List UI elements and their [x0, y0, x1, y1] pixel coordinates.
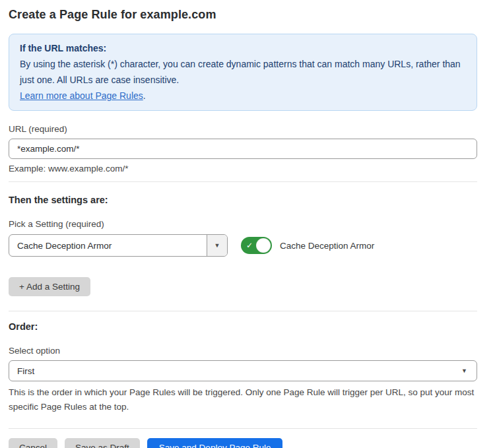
url-label: URL (required) — [9, 124, 477, 135]
cancel-button[interactable]: Cancel — [9, 438, 57, 448]
url-input[interactable] — [9, 139, 477, 159]
info-box-link-line: Learn more about Page Rules. — [20, 88, 466, 104]
check-icon: ✓ — [246, 241, 253, 249]
toggle-label: Cache Deception Armor — [280, 241, 374, 251]
divider — [9, 428, 477, 429]
save-deploy-button[interactable]: Save and Deploy Page Rule — [147, 438, 283, 448]
order-select[interactable]: First ▼ — [9, 360, 477, 381]
setting-select-arrow-button[interactable]: ▼ — [207, 235, 227, 256]
create-page-rule-form: Create a Page Rule for example.com If th… — [0, 0, 495, 448]
page-title: Create a Page Rule for example.com — [9, 7, 477, 22]
setting-row: Cache Deception Armor ▼ ✓ Cache Deceptio… — [9, 234, 477, 257]
pick-setting-label: Pick a Setting (required) — [9, 219, 477, 230]
select-option-label: Select option — [9, 346, 477, 356]
divider — [9, 311, 477, 311]
setting-select-value: Cache Deception Armor — [9, 241, 207, 251]
learn-more-link[interactable]: Learn more about Page Rules — [20, 90, 143, 101]
info-box-heading: If the URL matches: — [20, 40, 466, 56]
save-draft-button[interactable]: Save as Draft — [65, 438, 140, 448]
chevron-down-icon: ▼ — [461, 368, 467, 374]
order-helper-text: This is the order in which your Page Rul… — [9, 385, 477, 414]
chevron-down-icon: ▼ — [214, 243, 220, 249]
link-suffix: . — [143, 90, 146, 101]
settings-section-heading: Then the settings are: — [9, 195, 477, 206]
divider — [9, 181, 477, 182]
footer-actions: Cancel Save as Draft Save and Deploy Pag… — [9, 438, 477, 448]
info-box-body: By using the asterisk (*) character, you… — [20, 56, 466, 88]
toggle-wrap: ✓ Cache Deception Armor — [241, 237, 374, 254]
cache-deception-armor-toggle[interactable]: ✓ — [241, 237, 272, 254]
setting-select[interactable]: Cache Deception Armor ▼ — [9, 234, 228, 257]
order-select-value: First — [17, 366, 34, 376]
toggle-knob — [256, 238, 271, 253]
url-matches-info-box: If the URL matches: By using the asteris… — [9, 34, 477, 111]
order-section-heading: Order: — [9, 321, 477, 333]
add-setting-button[interactable]: + Add a Setting — [9, 277, 90, 296]
url-example-helper: Example: www.example.com/* — [9, 164, 477, 174]
